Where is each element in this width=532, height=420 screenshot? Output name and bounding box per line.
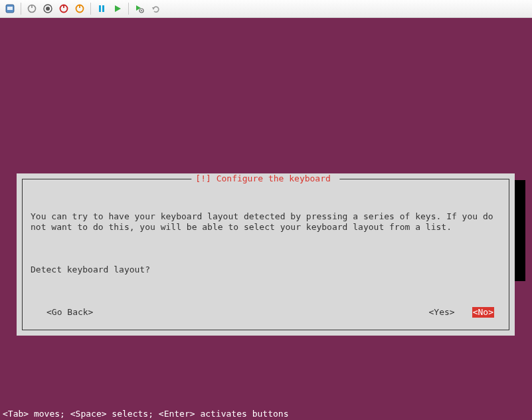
app-icon[interactable] <box>3 1 17 16</box>
toolbar-separator <box>21 3 21 15</box>
undo-icon[interactable] <box>148 1 163 16</box>
installer-screen: [!] Configure the keyboard You can try t… <box>0 18 532 420</box>
dialog-container: [!] Configure the keyboard You can try t… <box>17 173 515 336</box>
play-icon[interactable] <box>110 1 125 16</box>
go-back-button[interactable]: <Go Back> <box>46 307 93 318</box>
power-red-icon[interactable] <box>56 1 71 16</box>
dialog-buttons: <Go Back> <Yes> <No> <box>31 307 501 318</box>
svg-marker-13 <box>136 5 141 11</box>
hint-bar: <Tab> moves; <Space> selects; <Enter> ac… <box>0 408 532 420</box>
spacer <box>93 307 428 318</box>
dialog-text-2: Detect keyboard layout? <box>31 264 501 275</box>
play-gear-icon[interactable] <box>132 1 147 16</box>
dialog-marker: [!] <box>195 173 211 183</box>
dialog-frame: [!] Configure the keyboard You can try t… <box>22 179 509 330</box>
dialog-title-text: Configure the keyboard <box>217 173 331 183</box>
svg-rect-11 <box>102 5 104 12</box>
toolbar-separator <box>90 3 91 15</box>
power-orange-icon[interactable] <box>72 1 87 16</box>
dialog-body: You can try to have your keyboard layout… <box>31 190 501 296</box>
svg-rect-1 <box>7 7 13 10</box>
svg-rect-10 <box>99 5 101 12</box>
svg-point-5 <box>46 7 50 11</box>
vm-toolbar <box>0 0 532 18</box>
dialog-title: [!] Configure the keyboard <box>191 173 339 184</box>
no-button[interactable]: <No> <box>472 307 494 318</box>
svg-marker-16 <box>152 7 155 10</box>
toolbar-separator <box>128 3 129 15</box>
pause-icon[interactable] <box>94 1 109 16</box>
svg-point-15 <box>141 10 142 11</box>
power-gray-icon[interactable] <box>25 1 39 16</box>
hint-text: <Tab> moves; <Space> selects; <Enter> ac… <box>3 409 288 419</box>
record-icon[interactable] <box>41 1 55 16</box>
svg-marker-12 <box>115 5 121 12</box>
yes-button[interactable]: <Yes> <box>429 307 455 318</box>
dialog: [!] Configure the keyboard You can try t… <box>17 173 515 336</box>
dialog-text-1: You can try to have your keyboard layout… <box>31 211 501 233</box>
